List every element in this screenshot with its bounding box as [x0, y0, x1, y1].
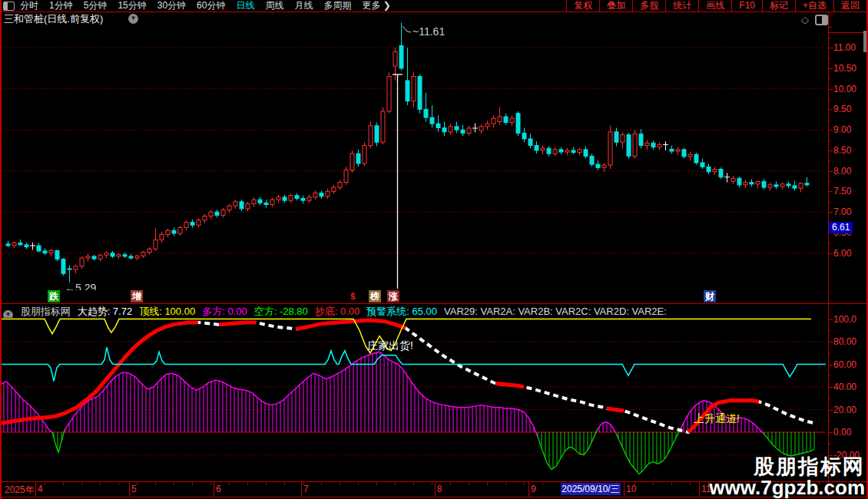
event-marker: 财 — [704, 290, 716, 302]
site-url: www.7gpzb.com — [709, 478, 865, 497]
period-tab[interactable]: 月线 — [294, 0, 313, 12]
month-label: 9 — [531, 484, 536, 494]
high-annotation: ~11.61 — [412, 25, 445, 38]
indicator-value-label: 0.00 — [833, 427, 851, 438]
month-divider — [214, 482, 214, 497]
period-tabbar: 分时1分钟5分钟15分钟30分钟60分钟日线周线月线多周期更多 ❯ 复权叠加多股… — [0, 0, 868, 12]
oscillator-hatch — [0, 352, 814, 472]
period-tab[interactable]: 5分钟 — [84, 0, 108, 12]
indicator-annotation: 上升通道! — [694, 412, 740, 425]
trend-line-red — [495, 384, 524, 387]
event-marker: 涨 — [387, 290, 399, 302]
divider — [0, 303, 868, 304]
period-tab[interactable]: 60分钟 — [197, 0, 225, 12]
action-button[interactable]: 多股 — [632, 0, 665, 12]
trend-line-red — [219, 322, 256, 325]
action-button[interactable]: 标记 — [762, 0, 795, 12]
action-button[interactable]: 画线 — [698, 0, 731, 12]
axis-frame — [828, 12, 829, 496]
indicator-value-label: 100.0 — [833, 314, 856, 325]
price-label: 10.50 — [833, 63, 856, 74]
period-tab[interactable]: 30分钟 — [157, 0, 186, 12]
axis-frame-top — [828, 32, 868, 33]
layout-split-icon[interactable] — [3, 2, 15, 11]
month-label: 8 — [437, 484, 442, 494]
price-axis: 11.0010.5010.009.509.008.508.007.507.006… — [828, 12, 868, 497]
event-marker: 跌 — [48, 290, 60, 302]
indicator-value-label: 80.00 — [833, 336, 856, 347]
period-tab[interactable]: 1分钟 — [49, 0, 73, 12]
price-label: 8.00 — [833, 166, 851, 177]
indicator-value-label: 60.00 — [833, 359, 856, 370]
month-divider — [129, 482, 130, 497]
period-tab[interactable]: 日线 — [236, 0, 254, 12]
indicator-value-label: 20.00 — [833, 405, 856, 415]
period-tab[interactable]: 分时 — [20, 0, 38, 12]
month-divider — [301, 482, 302, 497]
period-tab[interactable]: 15分钟 — [118, 0, 146, 12]
app-window: 分时1分钟5分钟15分钟30分钟60分钟日线周线月线多周期更多 ❯ 复权叠加多股… — [0, 0, 868, 499]
event-marker: ŝ — [349, 290, 357, 302]
price-label: 7.00 — [833, 207, 851, 217]
price-label: 9.50 — [833, 104, 851, 114]
month-label: 10 — [626, 484, 636, 494]
month-label: 4 — [38, 484, 43, 494]
low-annotation: ←5.29 — [65, 282, 96, 290]
price-label: 10.00 — [833, 84, 856, 94]
month-label: 6 — [216, 484, 221, 494]
period-tab[interactable]: 多周期 — [323, 0, 351, 12]
year-label: 2025年 — [5, 484, 35, 497]
alert-line — [0, 347, 826, 381]
action-button[interactable]: F10 — [731, 0, 762, 12]
action-button[interactable]: +自选 — [795, 0, 833, 12]
month-divider — [528, 482, 529, 497]
period-tab[interactable]: 周线 — [265, 0, 283, 12]
current-price-badge: 6.61 — [829, 222, 853, 233]
month-label: 7 — [303, 484, 309, 494]
action-button[interactable]: 叠加 — [599, 0, 632, 12]
trend-line-red — [0, 322, 198, 423]
price-label: 11.00 — [833, 42, 856, 53]
main-chart-svg: ~11.61←5.29 — [0, 21, 828, 290]
indicator-chart-svg: 庄家出货!上升通道! — [0, 315, 828, 481]
price-label: 9.00 — [833, 124, 851, 135]
event-marker: 榜 — [369, 290, 381, 302]
action-button[interactable]: 统计 — [665, 0, 698, 12]
price-label: 8.50 — [833, 145, 851, 156]
site-name: 股朋指标网 — [709, 457, 865, 478]
price-label: 6.00 — [833, 248, 851, 259]
event-marker: 增 — [131, 290, 143, 302]
watermark: 股朋指标网 www.7gpzb.com — [709, 457, 865, 497]
price-label: 7.50 — [833, 186, 851, 197]
period-tab[interactable]: 更多 ❯ — [362, 0, 390, 12]
scrollbar-thumb[interactable] — [863, 31, 866, 52]
window-border-left — [0, 0, 2, 499]
date-highlight: 2025/09/10/三 — [561, 483, 621, 495]
month-divider — [35, 482, 36, 497]
month-divider — [624, 482, 624, 497]
month-label: 5 — [131, 484, 137, 494]
month-divider — [699, 482, 700, 497]
trend-line-red — [607, 408, 624, 411]
candlestick-series — [6, 23, 809, 283]
action-button[interactable]: 返回 — [833, 0, 867, 12]
month-divider — [435, 482, 436, 497]
indicator-annotation: 庄家出货! — [367, 339, 413, 352]
action-button[interactable]: 复权 — [566, 0, 599, 12]
trend-line-red — [296, 320, 406, 329]
indicator-value-label: 40.00 — [833, 382, 856, 392]
